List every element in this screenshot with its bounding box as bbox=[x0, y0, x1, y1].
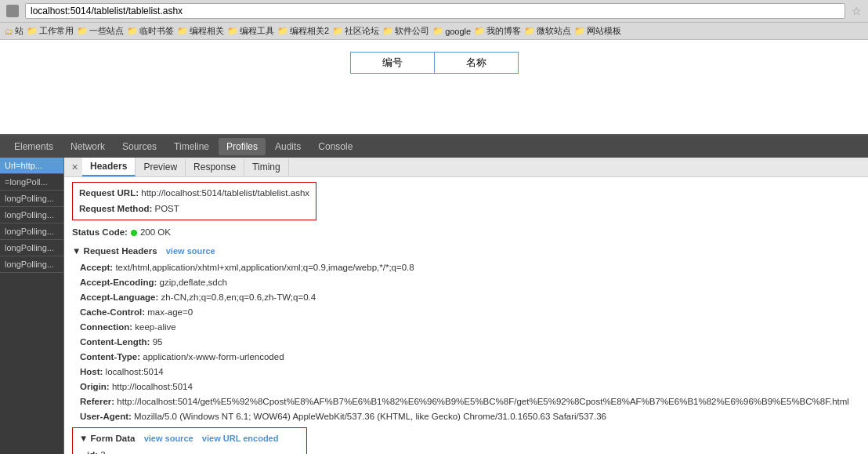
address-bar[interactable] bbox=[25, 3, 845, 19]
bookmark-item[interactable]: 📁 编程相关2 bbox=[277, 25, 329, 37]
bookmark-item[interactable]: 📁 编程相关 bbox=[177, 25, 224, 37]
folder-icon: 📁 bbox=[277, 26, 288, 36]
status-code-value: 200 OK bbox=[140, 225, 171, 241]
table-col-id: 编号 bbox=[351, 53, 435, 73]
header-host: Host: localhost:5014 bbox=[72, 365, 860, 380]
bookmark-item[interactable]: 📁 临时书签 bbox=[127, 25, 174, 37]
status-code-line: Status Code: 200 OK bbox=[72, 225, 860, 241]
folder-icon: 📁 bbox=[574, 26, 585, 36]
header-content-length: Content-Length: 95 bbox=[72, 335, 860, 350]
devtools-main: ✕ Headers Preview Response Timing Reques… bbox=[64, 158, 868, 454]
header-user-agent: User-Agent: Mozilla/5.0 (Windows NT 6.1;… bbox=[72, 409, 860, 424]
tab-console[interactable]: Console bbox=[310, 138, 360, 155]
request-url-val: http://localhost:5014/tablelist/tablelis… bbox=[141, 188, 309, 198]
browser-toolbar: ☆ bbox=[0, 0, 868, 23]
bookmark-item[interactable]: 📁 google bbox=[432, 26, 471, 36]
star-icon[interactable]: ☆ bbox=[852, 5, 862, 17]
header-accept-encoding: Accept-Encoding: gzip,deflate,sdch bbox=[72, 275, 860, 290]
request-method-line: Request Method: POST bbox=[79, 202, 309, 217]
request-url-label: Request URL: bbox=[79, 188, 139, 198]
status-code-label: Status Code: bbox=[72, 225, 128, 241]
form-data-box: ▼ Form Data view source view URL encoded… bbox=[72, 427, 307, 454]
form-field-id: id: 3 bbox=[79, 448, 300, 454]
sidebar-item-0[interactable]: Url=http... bbox=[0, 158, 63, 174]
tab-elements[interactable]: Elements bbox=[6, 138, 61, 155]
bookmark-item[interactable]: 📁 我的博客 bbox=[474, 25, 521, 37]
folder-icon: 📁 bbox=[27, 26, 38, 36]
browser-icon bbox=[6, 5, 19, 17]
sidebar-item-4[interactable]: longPolling... bbox=[0, 223, 63, 240]
header-referer: Referer: http://localhost:5014/get%E5%92… bbox=[72, 394, 860, 409]
devtools-toolbar: Elements Network Sources Timeline Profil… bbox=[0, 136, 868, 158]
folder-icon: 📁 bbox=[127, 26, 138, 36]
tab-profiles[interactable]: Profiles bbox=[219, 138, 266, 155]
form-view-url-encoded-link[interactable]: view URL encoded bbox=[202, 434, 279, 443]
devtools-sidebar: Url=http... =longPoll... longPolling... … bbox=[0, 158, 64, 454]
bookmark-item[interactable]: 🗂 站 bbox=[5, 25, 24, 37]
view-source-link[interactable]: view source bbox=[166, 246, 215, 256]
form-data-section[interactable]: ▼ Form Data view source view URL encoded bbox=[79, 431, 300, 447]
sidebar-item-6[interactable]: longPolling... bbox=[0, 256, 63, 273]
close-button[interactable]: ✕ bbox=[67, 160, 82, 175]
header-connection: Connection: keep-alive bbox=[72, 320, 860, 335]
tab-audits[interactable]: Audits bbox=[267, 138, 309, 155]
header-content-type: Content-Type: application/x-www-form-url… bbox=[72, 350, 860, 365]
table-header: 编号 名称 bbox=[350, 52, 519, 74]
tab-timeline[interactable]: Timeline bbox=[166, 138, 217, 155]
subtabs-bar: ✕ Headers Preview Response Timing bbox=[64, 158, 868, 177]
form-data-label: ▼ Form Data bbox=[79, 434, 135, 443]
subtab-response[interactable]: Response bbox=[186, 158, 244, 176]
folder-icon: 📁 bbox=[474, 26, 485, 36]
bookmark-item[interactable]: 📁 编程工具 bbox=[227, 25, 274, 37]
folder-icon: 📁 bbox=[332, 26, 343, 36]
bookmarks-bar: 🗂 站 📁 工作常用 📁 一些站点 📁 临时书签 📁 编程相关 📁 编程工具 📁… bbox=[0, 23, 868, 40]
folder-icon: 📁 bbox=[77, 26, 88, 36]
folder-icon: 📁 bbox=[177, 26, 188, 36]
bookmark-item[interactable]: 📁 工作常用 bbox=[27, 25, 74, 37]
subtab-preview[interactable]: Preview bbox=[136, 158, 186, 176]
sidebar-item-2[interactable]: longPolling... bbox=[0, 191, 63, 207]
form-view-source-link[interactable]: view source bbox=[144, 434, 193, 443]
devtools-body: Url=http... =longPoll... longPolling... … bbox=[0, 158, 868, 454]
request-method-label: Request Method: bbox=[79, 204, 152, 213]
table-col-name: 名称 bbox=[435, 53, 518, 73]
page-content: 编号 名称 bbox=[0, 40, 868, 134]
header-accept-language: Accept-Language: zh-CN,zh;q=0.8,en;q=0.6… bbox=[72, 290, 860, 305]
status-green-dot bbox=[131, 230, 137, 236]
folder-icon: 🗂 bbox=[5, 27, 13, 36]
bookmark-item[interactable]: 📁 软件公司 bbox=[382, 25, 429, 37]
sidebar-item-5[interactable]: longPolling... bbox=[0, 240, 63, 256]
request-url-line: Request URL: http://localhost:5014/table… bbox=[79, 186, 309, 202]
folder-icon: 📁 bbox=[432, 26, 443, 36]
sidebar-item-1[interactable]: =longPoll... bbox=[0, 174, 63, 191]
bookmark-item[interactable]: 📁 网站模板 bbox=[574, 25, 621, 37]
folder-icon: 📁 bbox=[382, 26, 393, 36]
tab-sources[interactable]: Sources bbox=[114, 138, 165, 155]
folder-icon: 📁 bbox=[227, 26, 238, 36]
sidebar-item-3[interactable]: longPolling... bbox=[0, 207, 63, 223]
request-headers-section[interactable]: ▼ Request Headers view source bbox=[72, 244, 860, 260]
content-area: Request URL: http://localhost:5014/table… bbox=[64, 177, 868, 454]
bookmark-item[interactable]: 📁 一些站点 bbox=[77, 25, 124, 37]
request-method-val: POST bbox=[154, 204, 179, 213]
request-headers-label: ▼ Request Headers bbox=[72, 246, 157, 256]
bookmark-item[interactable]: 📁 微软站点 bbox=[524, 25, 571, 37]
request-box: Request URL: http://localhost:5014/table… bbox=[72, 182, 316, 220]
subtab-headers[interactable]: Headers bbox=[82, 158, 136, 176]
devtools-panel: Elements Network Sources Timeline Profil… bbox=[0, 134, 868, 454]
header-accept: Accept: text/html,application/xhtml+xml,… bbox=[72, 260, 860, 275]
folder-icon: 📁 bbox=[524, 26, 535, 36]
tab-network[interactable]: Network bbox=[63, 138, 113, 155]
header-cache-control: Cache-Control: max-age=0 bbox=[72, 305, 860, 320]
bookmark-item[interactable]: 📁 社区论坛 bbox=[332, 25, 379, 37]
header-origin: Origin: http://localhost:5014 bbox=[72, 380, 860, 394]
subtab-timing[interactable]: Timing bbox=[244, 158, 289, 176]
